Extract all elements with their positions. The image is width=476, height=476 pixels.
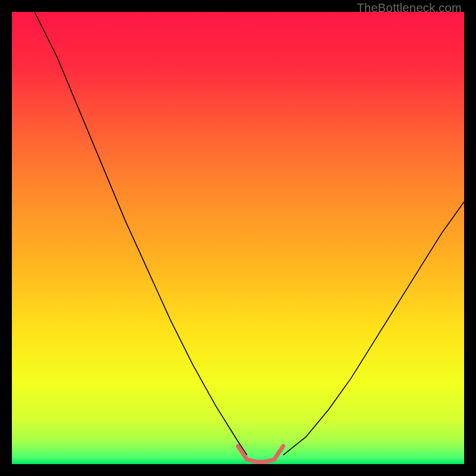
chart-background xyxy=(12,12,464,464)
chart-frame xyxy=(12,12,464,464)
watermark-text: TheBottleneck.com xyxy=(357,1,462,15)
chart-svg xyxy=(12,12,464,464)
